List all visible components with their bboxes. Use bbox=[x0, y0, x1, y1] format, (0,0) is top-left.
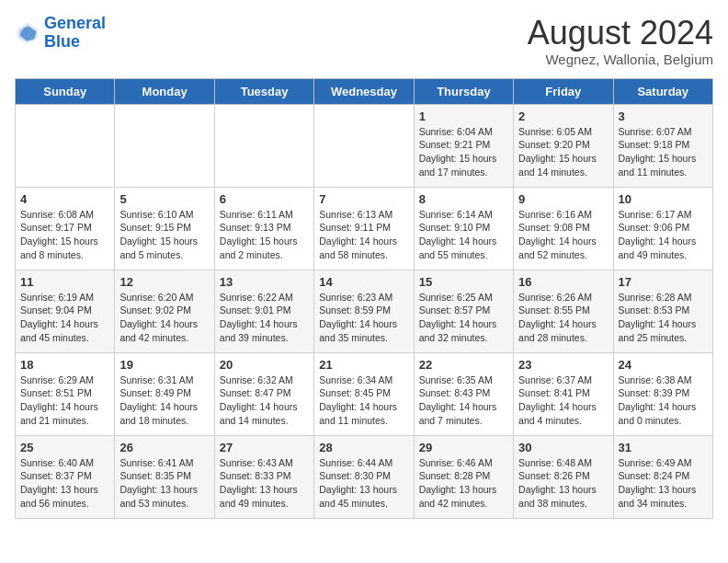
week-row-2: 4Sunrise: 6:08 AMSunset: 9:17 PMDaylight… bbox=[16, 187, 713, 270]
calendar-cell: 27Sunrise: 6:43 AMSunset: 8:33 PMDayligh… bbox=[214, 435, 313, 518]
calendar-cell: 9Sunrise: 6:16 AMSunset: 9:08 PMDaylight… bbox=[514, 187, 613, 270]
day-number: 15 bbox=[419, 275, 508, 289]
day-number: 26 bbox=[119, 441, 209, 454]
day-number: 20 bbox=[220, 358, 309, 372]
day-number: 17 bbox=[619, 275, 708, 289]
day-info: Sunrise: 6:48 AMSunset: 8:26 PMDaylight:… bbox=[518, 456, 608, 511]
day-number: 16 bbox=[518, 275, 608, 289]
day-info: Sunrise: 6:41 AMSunset: 8:35 PMDaylight:… bbox=[119, 456, 209, 511]
day-info: Sunrise: 6:23 AMSunset: 8:59 PMDaylight:… bbox=[319, 291, 408, 345]
location: Wegnez, Wallonia, Belgium bbox=[528, 52, 713, 67]
day-info: Sunrise: 6:07 AMSunset: 9:18 PMDaylight:… bbox=[619, 125, 708, 179]
calendar-cell: 15Sunrise: 6:25 AMSunset: 8:57 PMDayligh… bbox=[414, 270, 513, 352]
day-info: Sunrise: 6:16 AMSunset: 9:08 PMDaylight:… bbox=[518, 208, 608, 262]
calendar-cell: 4Sunrise: 6:08 AMSunset: 9:17 PMDaylight… bbox=[16, 187, 115, 270]
calendar-cell: 31Sunrise: 6:49 AMSunset: 8:24 PMDayligh… bbox=[613, 435, 712, 518]
day-number: 28 bbox=[319, 441, 408, 454]
logo-line1: General bbox=[44, 14, 106, 32]
day-info: Sunrise: 6:43 AMSunset: 8:33 PMDaylight:… bbox=[220, 456, 309, 511]
calendar-cell: 19Sunrise: 6:31 AMSunset: 8:49 PMDayligh… bbox=[115, 352, 214, 435]
day-info: Sunrise: 6:40 AMSunset: 8:37 PMDaylight:… bbox=[20, 456, 109, 511]
day-number: 18 bbox=[20, 358, 109, 372]
calendar-cell: 12Sunrise: 6:20 AMSunset: 9:02 PMDayligh… bbox=[115, 270, 214, 352]
day-number: 22 bbox=[419, 358, 508, 372]
day-info: Sunrise: 6:38 AMSunset: 8:39 PMDaylight:… bbox=[619, 373, 708, 428]
day-info: Sunrise: 6:20 AMSunset: 9:02 PMDaylight:… bbox=[119, 291, 209, 345]
day-number: 9 bbox=[518, 192, 608, 206]
calendar-cell: 21Sunrise: 6:34 AMSunset: 8:45 PMDayligh… bbox=[314, 352, 414, 435]
day-info: Sunrise: 6:04 AMSunset: 9:21 PMDaylight:… bbox=[419, 125, 508, 179]
day-number: 2 bbox=[518, 109, 608, 123]
day-number: 23 bbox=[518, 358, 608, 372]
day-info: Sunrise: 6:31 AMSunset: 8:49 PMDaylight:… bbox=[119, 373, 209, 428]
day-info: Sunrise: 6:05 AMSunset: 9:20 PMDaylight:… bbox=[518, 125, 608, 179]
calendar-cell: 23Sunrise: 6:37 AMSunset: 8:41 PMDayligh… bbox=[514, 352, 613, 435]
day-number: 29 bbox=[419, 441, 508, 454]
calendar-cell: 28Sunrise: 6:44 AMSunset: 8:30 PMDayligh… bbox=[314, 435, 414, 518]
day-header-friday: Friday bbox=[514, 78, 613, 104]
calendar-cell: 5Sunrise: 6:10 AMSunset: 9:15 PMDaylight… bbox=[115, 187, 214, 270]
calendar-cell: 20Sunrise: 6:32 AMSunset: 8:47 PMDayligh… bbox=[214, 352, 313, 435]
day-info: Sunrise: 6:46 AMSunset: 8:28 PMDaylight:… bbox=[419, 456, 508, 511]
day-info: Sunrise: 6:22 AMSunset: 9:01 PMDaylight:… bbox=[220, 291, 309, 345]
day-info: Sunrise: 6:34 AMSunset: 8:45 PMDaylight:… bbox=[319, 373, 408, 428]
day-info: Sunrise: 6:28 AMSunset: 8:53 PMDaylight:… bbox=[619, 291, 708, 345]
week-row-4: 18Sunrise: 6:29 AMSunset: 8:51 PMDayligh… bbox=[16, 352, 713, 435]
page-header: General Blue August 2024 Wegnez, Walloni… bbox=[15, 15, 713, 67]
day-info: Sunrise: 6:32 AMSunset: 8:47 PMDaylight:… bbox=[220, 373, 309, 428]
day-header-thursday: Thursday bbox=[414, 78, 513, 104]
day-header-saturday: Saturday bbox=[613, 78, 712, 104]
day-number: 27 bbox=[220, 441, 309, 454]
day-info: Sunrise: 6:37 AMSunset: 8:41 PMDaylight:… bbox=[518, 373, 608, 428]
day-number: 6 bbox=[220, 192, 309, 206]
calendar-cell: 26Sunrise: 6:41 AMSunset: 8:35 PMDayligh… bbox=[115, 435, 214, 518]
day-number: 12 bbox=[119, 275, 209, 289]
day-number: 5 bbox=[119, 192, 209, 206]
calendar-cell: 22Sunrise: 6:35 AMSunset: 8:43 PMDayligh… bbox=[414, 352, 513, 435]
calendar-cell: 11Sunrise: 6:19 AMSunset: 9:04 PMDayligh… bbox=[16, 270, 115, 352]
calendar-cell: 2Sunrise: 6:05 AMSunset: 9:20 PMDaylight… bbox=[514, 104, 613, 187]
day-number: 14 bbox=[319, 275, 408, 289]
calendar-table: SundayMondayTuesdayWednesdayThursdayFrid… bbox=[15, 78, 713, 519]
day-info: Sunrise: 6:35 AMSunset: 8:43 PMDaylight:… bbox=[419, 373, 508, 428]
logo-icon bbox=[15, 20, 40, 46]
calendar-cell: 6Sunrise: 6:11 AMSunset: 9:13 PMDaylight… bbox=[214, 187, 313, 270]
calendar-cell bbox=[214, 104, 313, 187]
calendar-cell: 3Sunrise: 6:07 AMSunset: 9:18 PMDaylight… bbox=[613, 104, 712, 187]
days-header-row: SundayMondayTuesdayWednesdayThursdayFrid… bbox=[16, 78, 713, 104]
day-header-tuesday: Tuesday bbox=[214, 78, 313, 104]
day-info: Sunrise: 6:10 AMSunset: 9:15 PMDaylight:… bbox=[119, 208, 209, 262]
calendar-cell: 7Sunrise: 6:13 AMSunset: 9:11 PMDaylight… bbox=[314, 187, 414, 270]
calendar-cell: 8Sunrise: 6:14 AMSunset: 9:10 PMDaylight… bbox=[414, 187, 513, 270]
calendar-cell: 18Sunrise: 6:29 AMSunset: 8:51 PMDayligh… bbox=[16, 352, 115, 435]
day-number: 11 bbox=[20, 275, 109, 289]
day-number: 19 bbox=[119, 358, 209, 372]
week-row-5: 25Sunrise: 6:40 AMSunset: 8:37 PMDayligh… bbox=[16, 435, 713, 518]
calendar-cell bbox=[115, 104, 214, 187]
day-number: 25 bbox=[20, 441, 109, 454]
day-number: 7 bbox=[319, 192, 408, 206]
calendar-cell: 30Sunrise: 6:48 AMSunset: 8:26 PMDayligh… bbox=[514, 435, 613, 518]
day-number: 8 bbox=[419, 192, 508, 206]
day-number: 3 bbox=[619, 109, 708, 123]
day-info: Sunrise: 6:11 AMSunset: 9:13 PMDaylight:… bbox=[220, 208, 309, 262]
day-number: 13 bbox=[220, 275, 309, 289]
day-number: 24 bbox=[619, 358, 708, 372]
day-number: 1 bbox=[419, 109, 508, 123]
day-info: Sunrise: 6:13 AMSunset: 9:11 PMDaylight:… bbox=[319, 208, 408, 262]
calendar-cell: 24Sunrise: 6:38 AMSunset: 8:39 PMDayligh… bbox=[613, 352, 712, 435]
day-header-wednesday: Wednesday bbox=[314, 78, 414, 104]
month-title: August 2024 bbox=[528, 15, 713, 52]
calendar-cell: 13Sunrise: 6:22 AMSunset: 9:01 PMDayligh… bbox=[214, 270, 313, 352]
day-info: Sunrise: 6:29 AMSunset: 8:51 PMDaylight:… bbox=[20, 373, 109, 428]
title-block: August 2024 Wegnez, Wallonia, Belgium bbox=[528, 15, 713, 67]
day-info: Sunrise: 6:49 AMSunset: 8:24 PMDaylight:… bbox=[619, 456, 708, 511]
day-info: Sunrise: 6:26 AMSunset: 8:55 PMDaylight:… bbox=[518, 291, 608, 345]
calendar-cell: 10Sunrise: 6:17 AMSunset: 9:06 PMDayligh… bbox=[613, 187, 712, 270]
week-row-3: 11Sunrise: 6:19 AMSunset: 9:04 PMDayligh… bbox=[16, 270, 713, 352]
calendar-cell: 14Sunrise: 6:23 AMSunset: 8:59 PMDayligh… bbox=[314, 270, 414, 352]
day-info: Sunrise: 6:14 AMSunset: 9:10 PMDaylight:… bbox=[419, 208, 508, 262]
day-number: 4 bbox=[20, 192, 109, 206]
day-info: Sunrise: 6:44 AMSunset: 8:30 PMDaylight:… bbox=[319, 456, 408, 511]
calendar-cell: 16Sunrise: 6:26 AMSunset: 8:55 PMDayligh… bbox=[514, 270, 613, 352]
